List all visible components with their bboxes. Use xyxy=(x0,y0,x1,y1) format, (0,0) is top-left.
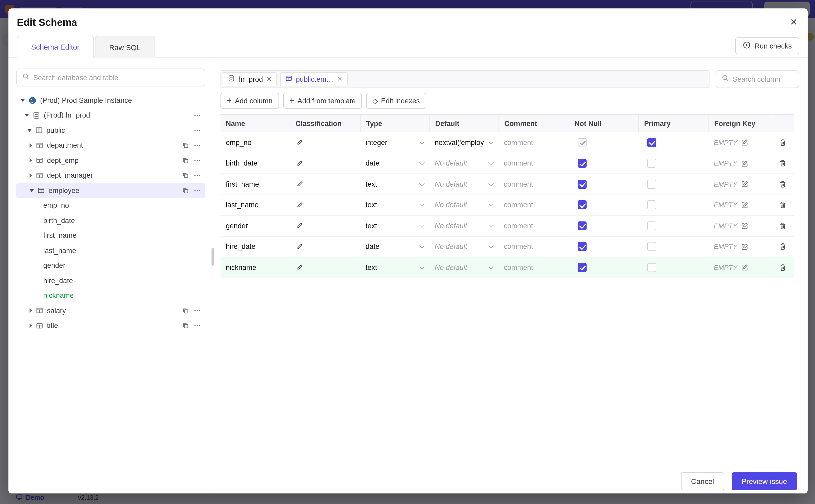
edit-foreign-key-icon[interactable] xyxy=(740,180,750,189)
not-null-checkbox[interactable] xyxy=(578,180,587,189)
add-from-template-button[interactable]: + Add from template xyxy=(283,93,362,109)
more-menu-icon[interactable] xyxy=(194,112,201,119)
copy-icon[interactable] xyxy=(182,142,189,149)
default-select[interactable]: No default xyxy=(435,159,499,167)
copy-icon[interactable] xyxy=(182,172,189,179)
tree-search-input[interactable] xyxy=(33,74,199,81)
delete-row-icon[interactable] xyxy=(778,179,788,189)
close-icon[interactable]: × xyxy=(790,17,797,27)
primary-checkbox[interactable] xyxy=(647,138,656,147)
caret-down-icon[interactable] xyxy=(27,129,32,132)
default-select[interactable]: nextval('employ xyxy=(435,139,499,147)
caret-down-icon[interactable] xyxy=(21,99,25,102)
tree-item-column-nickname[interactable]: nickname xyxy=(16,288,205,303)
copy-icon[interactable] xyxy=(182,322,189,329)
type-select[interactable]: text xyxy=(365,180,430,188)
primary-checkbox[interactable] xyxy=(647,201,656,210)
primary-checkbox[interactable] xyxy=(647,263,656,272)
tree-item-table-dept-manager[interactable]: dept_manager xyxy=(16,168,205,183)
tree-item-instance[interactable]: (Prod) Prod Sample Instance xyxy=(16,93,205,108)
type-select[interactable]: text xyxy=(365,264,430,272)
edit-foreign-key-icon[interactable] xyxy=(740,200,750,210)
more-menu-icon[interactable] xyxy=(194,127,201,134)
classification-edit-icon[interactable] xyxy=(295,263,304,272)
tree-item-table-employee[interactable]: employee xyxy=(16,183,205,198)
type-select[interactable]: integer xyxy=(365,139,430,147)
type-select[interactable]: text xyxy=(365,201,430,209)
tree-item-column-hire-date[interactable]: hire_date xyxy=(16,273,205,288)
default-select[interactable]: No default xyxy=(435,201,499,209)
tree-item-table-department[interactable]: department xyxy=(16,138,205,153)
caret-right-icon[interactable] xyxy=(30,324,32,328)
tab-schema-editor[interactable]: Schema Editor xyxy=(17,36,94,58)
caret-right-icon[interactable] xyxy=(30,173,32,178)
comment-input[interactable] xyxy=(504,222,557,230)
primary-checkbox[interactable] xyxy=(647,180,656,189)
delete-row-icon[interactable] xyxy=(778,200,788,210)
edit-foreign-key-icon[interactable] xyxy=(740,263,750,272)
comment-input[interactable] xyxy=(504,180,557,188)
copy-icon[interactable] xyxy=(182,187,189,194)
caret-down-icon[interactable] xyxy=(25,114,29,117)
classification-edit-icon[interactable] xyxy=(295,221,304,231)
not-null-checkbox[interactable] xyxy=(578,201,587,210)
copy-icon[interactable] xyxy=(182,307,189,314)
classification-edit-icon[interactable] xyxy=(295,200,304,210)
caret-down-icon[interactable] xyxy=(30,189,34,192)
tree-item-column-emp-no[interactable]: emp_no xyxy=(16,198,205,213)
tree-item-schema-public[interactable]: public xyxy=(16,123,205,138)
edit-foreign-key-icon[interactable] xyxy=(740,159,750,168)
delete-row-icon[interactable] xyxy=(778,242,788,252)
comment-input[interactable] xyxy=(504,139,557,147)
more-menu-icon[interactable] xyxy=(194,187,201,194)
not-null-checkbox[interactable] xyxy=(578,263,587,272)
comment-input[interactable] xyxy=(504,159,557,167)
comment-input[interactable] xyxy=(504,264,557,272)
close-icon[interactable]: × xyxy=(337,75,342,83)
edit-foreign-key-icon[interactable] xyxy=(740,138,750,147)
primary-checkbox[interactable] xyxy=(647,221,656,230)
more-menu-icon[interactable] xyxy=(194,142,201,149)
caret-right-icon[interactable] xyxy=(30,309,32,313)
comment-input[interactable] xyxy=(504,201,557,209)
delete-row-icon[interactable] xyxy=(778,138,788,148)
default-select[interactable]: No default xyxy=(435,264,499,272)
edit-foreign-key-icon[interactable] xyxy=(740,221,750,231)
cancel-button[interactable]: Cancel xyxy=(681,472,724,490)
tree-item-table-dept-emp[interactable]: dept_emp xyxy=(16,153,205,168)
caret-right-icon[interactable] xyxy=(30,158,32,163)
preview-issue-button[interactable]: Preview issue xyxy=(731,472,797,490)
comment-input[interactable] xyxy=(504,243,557,251)
more-menu-icon[interactable] xyxy=(194,322,201,329)
not-null-checkbox[interactable] xyxy=(578,138,587,147)
primary-checkbox[interactable] xyxy=(647,159,656,168)
delete-row-icon[interactable] xyxy=(778,263,788,273)
default-select[interactable]: No default xyxy=(435,243,499,251)
type-select[interactable]: text xyxy=(365,222,430,230)
type-select[interactable]: date xyxy=(365,243,430,251)
tree-item-column-last-name[interactable]: last_name xyxy=(16,243,205,258)
more-menu-icon[interactable] xyxy=(194,157,201,164)
column-search-input[interactable] xyxy=(733,75,815,83)
classification-edit-icon[interactable] xyxy=(295,180,304,189)
scrollbar-thumb[interactable] xyxy=(211,248,214,266)
delete-row-icon[interactable] xyxy=(778,221,788,231)
classification-edit-icon[interactable] xyxy=(295,242,304,251)
classification-edit-icon[interactable] xyxy=(295,138,304,147)
primary-checkbox[interactable] xyxy=(647,242,656,251)
tree-item-table-salary[interactable]: salary xyxy=(16,303,205,318)
default-select[interactable]: No default xyxy=(435,180,499,188)
tree-item-column-first-name[interactable]: first_name xyxy=(16,228,205,243)
more-menu-icon[interactable] xyxy=(194,307,201,314)
copy-icon[interactable] xyxy=(182,157,189,164)
type-select[interactable]: date xyxy=(365,159,430,167)
tree-item-column-birth-date[interactable]: birth_date xyxy=(16,213,205,228)
tree-item-column-gender[interactable]: gender xyxy=(16,258,205,273)
edit-indexes-button[interactable]: ◇ Edit indexes xyxy=(366,93,426,109)
more-menu-icon[interactable] xyxy=(194,172,201,179)
tab-raw-sql[interactable]: Raw SQL xyxy=(95,36,155,58)
tree-item-database-hr-prod[interactable]: (Prod) hr_prod xyxy=(16,108,205,123)
not-null-checkbox[interactable] xyxy=(578,221,587,230)
tab-chip-public-employee[interactable]: public.em… × xyxy=(280,72,347,86)
add-column-button[interactable]: + Add column xyxy=(220,93,279,109)
